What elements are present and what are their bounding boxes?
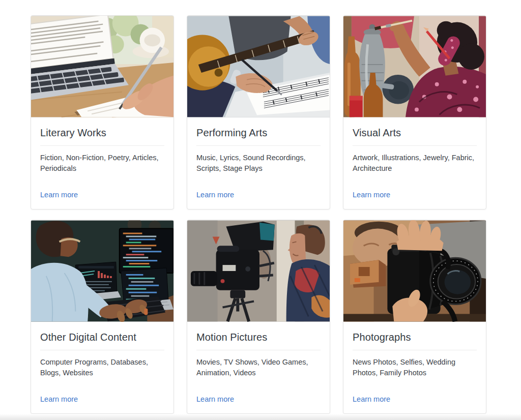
card-other-digital-content: Other Digital Content Computer Programs,… [31, 220, 174, 414]
card-description: News Photos, Selfies, Wedding Photos, Fa… [353, 357, 477, 378]
card-title: Performing Arts [196, 126, 321, 139]
photographs-image [343, 220, 486, 322]
performing-arts-image [187, 16, 330, 117]
card-visual-arts: Visual Arts Artwork, Illustrations, Jewe… [343, 15, 486, 209]
guitar-sheet-music-illustration [187, 16, 330, 117]
card-title: Other Digital Content [40, 331, 164, 344]
learn-more-link[interactable]: Learn more [353, 394, 390, 404]
card-divider [40, 350, 164, 350]
painter-still-life-illustration [343, 16, 486, 117]
card-divider [353, 145, 477, 146]
card-content: Visual Arts Artwork, Illustrations, Jewe… [343, 117, 486, 209]
card-photographs: Photographs News Photos, Selfies, Weddin… [343, 220, 486, 414]
card-title: Motion Pictures [196, 331, 321, 344]
developer-code-screens-illustration [31, 220, 173, 322]
visual-arts-image [343, 16, 486, 117]
learn-more-link[interactable]: Learn more [40, 190, 78, 200]
learn-more-link[interactable]: Learn more [196, 394, 234, 404]
card-divider [353, 350, 477, 350]
card-literary-works: Literary Works Fiction, Non-Fiction, Poe… [31, 15, 174, 209]
learn-more-link[interactable]: Learn more [353, 190, 390, 200]
card-content: Other Digital Content Computer Programs,… [31, 322, 173, 413]
card-content: Motion Pictures Movies, TV Shows, Video … [187, 322, 330, 413]
card-description: Artwork, Illustrations, Jewelry, Fabric,… [353, 153, 477, 174]
literary-works-image [31, 16, 173, 117]
card-description: Movies, TV Shows, Video Games, Animation… [196, 357, 321, 378]
card-description: Fiction, Non-Fiction, Poetry, Articles, … [40, 153, 164, 174]
card-title: Photographs [353, 331, 477, 344]
learn-more-link[interactable]: Learn more [196, 190, 234, 200]
card-divider [196, 145, 321, 146]
card-content: Literary Works Fiction, Non-Fiction, Poe… [31, 117, 173, 209]
photographer-camera-illustration [343, 220, 486, 322]
card-divider [40, 145, 164, 146]
card-motion-pictures: Motion Pictures Movies, TV Shows, Video … [187, 220, 330, 414]
film-camera-set-illustration [187, 220, 330, 322]
card-description: Music, Lyrics, Sound Recordings, Scripts… [196, 153, 321, 174]
card-title: Visual Arts [353, 126, 477, 139]
motion-pictures-image [187, 220, 330, 322]
writing-laptop-illustration [31, 16, 173, 117]
card-title: Literary Works [40, 126, 164, 139]
card-description: Computer Programs, Databases, Blogs, Web… [40, 357, 164, 378]
learn-more-link[interactable]: Learn more [40, 394, 78, 404]
card-content: Performing Arts Music, Lyrics, Sound Rec… [187, 117, 330, 209]
category-card-grid: Literary Works Fiction, Non-Fiction, Poe… [31, 15, 487, 414]
card-divider [196, 350, 321, 350]
card-content: Photographs News Photos, Selfies, Weddin… [343, 322, 486, 413]
card-performing-arts: Performing Arts Music, Lyrics, Sound Rec… [187, 15, 330, 209]
footer-strip [0, 414, 521, 420]
other-digital-content-image [31, 220, 173, 322]
